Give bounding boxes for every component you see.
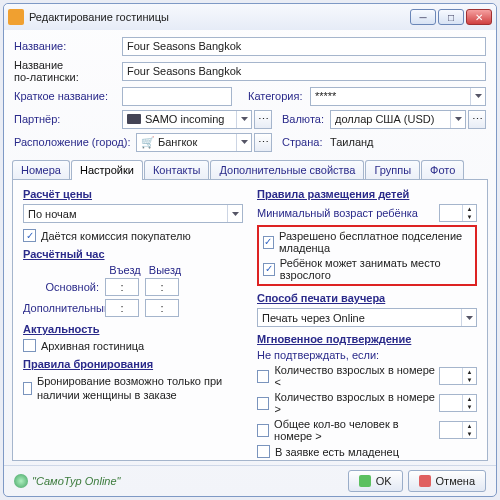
checkbox-icon <box>257 424 269 437</box>
checkin-header: Въезд <box>105 264 145 276</box>
tab-rooms[interactable]: Номера <box>12 160 70 179</box>
right-column: Правила размещения детей Минимальный воз… <box>257 188 477 452</box>
extra-out-input[interactable] <box>145 299 179 317</box>
minimize-button[interactable]: ─ <box>410 9 436 25</box>
currency-select[interactable]: доллар США (USD) <box>330 110 466 129</box>
minage-label: Минимальный возраст ребёнка <box>257 207 435 219</box>
tab-contacts[interactable]: Контакты <box>144 160 210 179</box>
check-icon <box>359 475 371 487</box>
cart-icon: 🛒 <box>141 136 155 149</box>
bus-icon <box>127 114 141 124</box>
highlighted-rules: ✓Разрешено бесплатное подселение младенц… <box>257 225 477 286</box>
tab-bar: Номера Настройки Контакты Дополнительные… <box>4 160 496 179</box>
child-adult-checkbox[interactable]: ✓Ребёнок может занимать место взрослого <box>263 257 471 281</box>
app-icon <box>8 9 24 25</box>
infant-free-checkbox[interactable]: ✓Разрешено бесплатное подселение младенц… <box>263 230 471 254</box>
group-booking-rules: Правила бронирования <box>23 358 243 370</box>
chevron-down-icon <box>227 205 242 222</box>
close-button[interactable]: ✕ <box>466 9 492 25</box>
currency-browse-button[interactable]: ⋯ <box>468 110 486 129</box>
cond4-checkbox[interactable]: В заявке есть младенец <box>257 445 477 458</box>
chevron-down-icon <box>461 309 476 326</box>
checkbox-icon <box>257 397 269 410</box>
women-rule-checkbox[interactable]: Бронирование возможно только при наличии… <box>23 374 243 403</box>
minage-stepper[interactable]: ▲▼ <box>439 204 477 222</box>
voucher-select[interactable]: Печать через Online <box>257 308 477 327</box>
calc-mode-select[interactable]: По ночам <box>23 204 243 223</box>
country-label: Страна: <box>282 136 330 148</box>
group-child-rules: Правила размещения детей <box>257 188 477 200</box>
latin-label: Названиепо-латински: <box>14 59 122 83</box>
tab-settings[interactable]: Настройки <box>71 160 143 180</box>
checkbox-icon: ✓ <box>263 263 275 276</box>
chevron-down-icon <box>470 88 485 105</box>
noconfirm-label: Не подтверждать, если: <box>257 349 477 361</box>
location-browse-button[interactable]: ⋯ <box>254 133 272 152</box>
left-column: Расчёт цены По ночам ✓Даётся комиссия по… <box>23 188 243 452</box>
brand-logo[interactable]: "СамоТур Online" <box>14 474 120 488</box>
short-label: Краткое название: <box>14 90 122 102</box>
currency-label: Валюта: <box>282 113 330 125</box>
cond1-checkbox[interactable]: Количество взрослых в номере < <box>257 364 435 388</box>
checkbox-icon <box>23 382 32 395</box>
group-instant-confirm: Мгновенное подтверждение <box>257 333 477 345</box>
tab-props[interactable]: Дополнительные свойства <box>210 160 364 179</box>
main-time-label: Основной: <box>23 281 105 293</box>
extra-in-input[interactable] <box>105 299 139 317</box>
extra-time-label: Дополнительный: <box>23 302 105 314</box>
category-select[interactable]: ***** <box>310 87 486 106</box>
footer: "СамоТур Online" OK Отмена <box>4 465 496 496</box>
group-voucher: Способ печати ваучера <box>257 292 477 304</box>
checkbox-icon <box>257 370 269 383</box>
latin-input[interactable]: Four Seasons Bangkok <box>122 62 486 81</box>
chevron-down-icon <box>236 134 251 151</box>
name-label: Название: <box>14 40 122 52</box>
location-select[interactable]: 🛒Бангкок <box>136 133 252 152</box>
partner-select[interactable]: SAMO incoming <box>122 110 252 129</box>
chevron-down-icon <box>236 111 251 128</box>
window-title: Редактирование гостиницы <box>29 11 408 23</box>
partner-browse-button[interactable]: ⋯ <box>254 110 272 129</box>
checkbox-icon: ✓ <box>263 236 274 249</box>
cond2-stepper[interactable]: ▲▼ <box>439 394 477 412</box>
main-out-input[interactable] <box>145 278 179 296</box>
cancel-button[interactable]: Отмена <box>408 470 486 492</box>
chevron-down-icon <box>450 111 465 128</box>
stop-icon <box>419 475 431 487</box>
cond3-checkbox[interactable]: Общее кол-во человек в номере > <box>257 418 435 442</box>
location-label: Расположение (город): <box>14 136 136 148</box>
tab-photo[interactable]: Фото <box>421 160 464 179</box>
cond3-stepper[interactable]: ▲▼ <box>439 421 477 439</box>
checkbox-icon <box>23 339 36 352</box>
hotel-edit-window: Редактирование гостиницы ─ □ ✕ Название:… <box>3 3 497 497</box>
checkout-header: Выезд <box>145 264 185 276</box>
group-price-calc: Расчёт цены <box>23 188 243 200</box>
header-form: Название: Four Seasons Bangkok Названиеп… <box>4 30 496 157</box>
country-value: Таиланд <box>330 136 374 148</box>
globe-icon <box>14 474 28 488</box>
up-icon: ▲ <box>463 205 476 213</box>
partner-label: Партнёр: <box>14 113 122 125</box>
titlebar[interactable]: Редактирование гостиницы ─ □ ✕ <box>4 4 496 30</box>
archive-checkbox[interactable]: Архивная гостиница <box>23 339 243 352</box>
group-relevance: Актуальность <box>23 323 243 335</box>
tab-panel-settings: Расчёт цены По ночам ✓Даётся комиссия по… <box>12 179 488 461</box>
commission-checkbox[interactable]: ✓Даётся комиссия покупателю <box>23 229 243 242</box>
cond2-checkbox[interactable]: Количество взрослых в номере > <box>257 391 435 415</box>
checkbox-icon: ✓ <box>23 229 36 242</box>
group-checkin-time: Расчётный час <box>23 248 243 260</box>
tab-groups[interactable]: Группы <box>365 160 420 179</box>
ok-button[interactable]: OK <box>348 470 403 492</box>
name-input[interactable]: Four Seasons Bangkok <box>122 37 486 56</box>
main-in-input[interactable] <box>105 278 139 296</box>
down-icon: ▼ <box>463 213 476 221</box>
cond1-stepper[interactable]: ▲▼ <box>439 367 477 385</box>
category-label: Категория: <box>248 90 310 102</box>
short-input[interactable] <box>122 87 232 106</box>
maximize-button[interactable]: □ <box>438 9 464 25</box>
checkbox-icon <box>257 445 270 458</box>
